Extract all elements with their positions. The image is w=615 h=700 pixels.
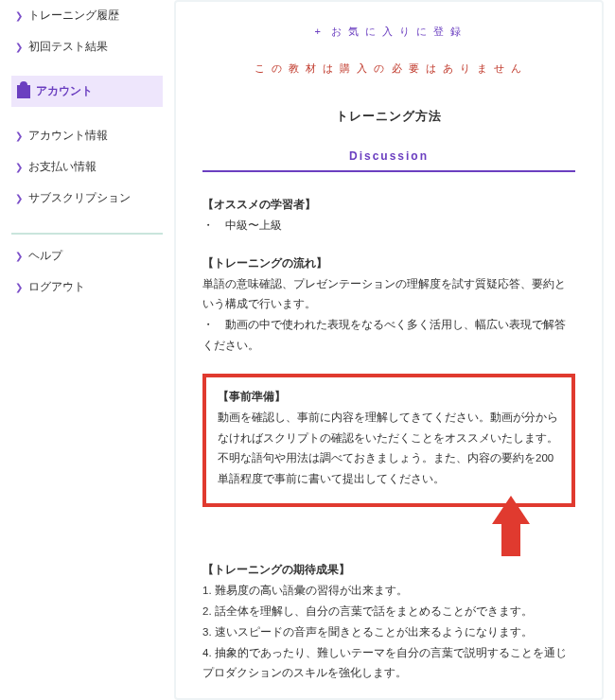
recommended-bullet: ・ 中級〜上級 xyxy=(202,216,575,236)
main: + お 気 に 入 り に 登 録 こ の 教 材 は 購 入 の 必 要 は … xyxy=(170,0,615,700)
sidebar-item-initial-test[interactable]: ❯ 初回テスト結果 xyxy=(11,31,163,62)
sidebar-item-payment-info[interactable]: ❯ お支払い情報 xyxy=(11,151,163,183)
sidebar-heading-label: アカウント xyxy=(36,83,93,99)
plus-icon: + xyxy=(315,26,323,37)
chevron-right-icon: ❯ xyxy=(15,251,23,261)
outcome-block: 【トレーニングの期待成果】 1. 難易度の高い語彙の習得が出来ます。 2. 話全… xyxy=(202,560,575,684)
chevron-right-icon: ❯ xyxy=(15,42,23,52)
chevron-right-icon: ❯ xyxy=(15,10,23,21)
sidebar: ❯ トレーニング履歴 ❯ 初回テスト結果 アカウント ❯ アカウント情報 ❯ お… xyxy=(0,0,170,700)
prep-line: 動画を確認し、事前に内容を理解してきてください。動画が分からなければスクリプトの… xyxy=(218,408,560,449)
flow-line: ・ 動画の中で使われた表現をなるべく多く活用し、幅広い表現で解答ください。 xyxy=(202,315,575,357)
outcome-line: 2. 話全体を理解し、自分の言葉で話をまとめることができます。 xyxy=(202,602,575,622)
sidebar-item-label: トレーニング履歴 xyxy=(28,8,119,24)
person-icon xyxy=(17,85,30,98)
outcome-line: 4. 抽象的であったり、難しいテーマを自分の言葉で説明することを通じプロダクショ… xyxy=(202,643,575,685)
sidebar-item-logout[interactable]: ❯ ログアウト xyxy=(11,271,163,303)
add-favorite-link[interactable]: + お 気 に 入 り に 登 録 xyxy=(202,25,575,39)
prep-line: 不明な語句や用法は調べておきましょう。また、内容の要約を200単語程度で事前に書… xyxy=(218,448,560,490)
add-favorite-label: お 気 に 入 り に 登 録 xyxy=(331,26,463,37)
prep-title: 【事前準備】 xyxy=(218,387,560,408)
sidebar-item-label: お支払い情報 xyxy=(28,159,97,175)
sidebar-heading-account: アカウント xyxy=(11,76,163,107)
arrow-stem xyxy=(501,522,520,556)
purchase-notice: こ の 教 材 は 購 入 の 必 要 は あ り ま せ ん xyxy=(202,61,575,76)
recommended-title: 【オススメの学習者】 xyxy=(202,195,575,216)
preparation-highlight: 【事前準備】 動画を確認し、事前に内容を理解してきてください。動画が分からなけれ… xyxy=(202,374,575,507)
sidebar-item-label: アカウント情報 xyxy=(28,128,108,144)
chevron-right-icon: ❯ xyxy=(15,131,23,141)
tab-row: Discussion xyxy=(202,144,575,172)
sidebar-item-subscription[interactable]: ❯ サブスクリプション xyxy=(11,183,163,214)
sidebar-item-account-info[interactable]: ❯ アカウント情報 xyxy=(11,120,163,151)
recommended-block: 【オススメの学習者】 ・ 中級〜上級 xyxy=(202,195,575,236)
chevron-right-icon: ❯ xyxy=(15,162,23,172)
flow-title: 【トレーニングの流れ】 xyxy=(202,254,575,274)
tab-discussion[interactable]: Discussion xyxy=(349,144,429,170)
divider xyxy=(11,233,163,235)
sidebar-item-training-history[interactable]: ❯ トレーニング履歴 xyxy=(11,0,163,31)
content-body: 【オススメの学習者】 ・ 中級〜上級 【トレーニングの流れ】 単語の意味確認、プ… xyxy=(202,195,575,700)
flow-line: 単語の意味確認、プレゼンテーションの理解度を試す質疑応答、要約という構成で行いま… xyxy=(202,274,575,316)
arrow-up-icon xyxy=(492,496,530,524)
content-card: + お 気 に 入 り に 登 録 こ の 教 材 は 購 入 の 必 要 は … xyxy=(174,0,604,700)
sidebar-item-label: 初回テスト結果 xyxy=(28,39,108,55)
outcome-line: 3. 速いスピードの音声を聞きとることが出来るようになります。 xyxy=(202,622,575,643)
flow-block: 【トレーニングの流れ】 単語の意味確認、プレゼンテーションの理解度を試す質疑応答… xyxy=(202,254,575,357)
sidebar-item-label: サブスクリプション xyxy=(28,190,131,206)
outcome-title: 【トレーニングの期待成果】 xyxy=(202,560,575,581)
chevron-right-icon: ❯ xyxy=(15,282,23,292)
sidebar-item-label: ヘルプ xyxy=(28,248,62,264)
outcome-line: 1. 難易度の高い語彙の習得が出来ます。 xyxy=(202,581,575,602)
chevron-right-icon: ❯ xyxy=(15,193,23,203)
sidebar-item-label: ログアウト xyxy=(28,279,85,295)
sidebar-item-help[interactable]: ❯ ヘルプ xyxy=(11,240,163,271)
training-method-title: トレーニング方法 xyxy=(202,108,575,125)
annotation-arrow xyxy=(202,511,575,556)
